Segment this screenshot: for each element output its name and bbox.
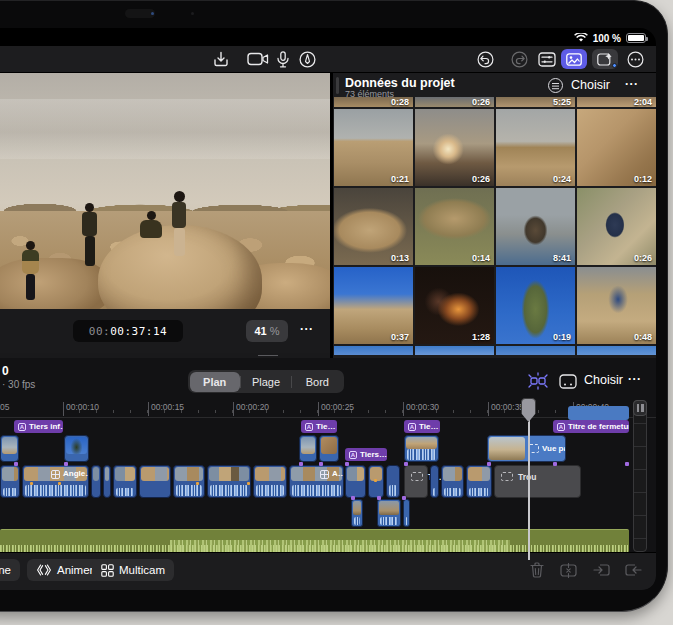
timecode-display[interactable]: 00:00:37:14: [73, 320, 183, 342]
media-thumbnail[interactable]: 8:41: [496, 188, 575, 265]
effects-button[interactable]: [592, 49, 618, 69]
keyframe-marker: [247, 482, 250, 485]
media-thumbnail[interactable]: [496, 346, 575, 355]
timeline-zoom-control[interactable]: [633, 400, 647, 416]
connected-clip[interactable]: [64, 435, 89, 462]
inspector-button[interactable]: [536, 49, 558, 69]
storyline-clip[interactable]: [113, 465, 137, 498]
media-thumbnail[interactable]: 2:04: [577, 97, 656, 107]
timeline-overview-scrollbar[interactable]: [633, 400, 647, 552]
connected-clip[interactable]: [0, 435, 19, 462]
media-thumbnail[interactable]: 0:26: [577, 188, 656, 265]
connected-clip[interactable]: [319, 435, 339, 462]
more-button[interactable]: [624, 49, 646, 69]
delete-button[interactable]: [527, 561, 547, 579]
title-clip[interactable]: A Titre de fermeture: [553, 420, 629, 433]
clip-duration: 0:48: [634, 332, 652, 342]
mode-plage[interactable]: Plage: [241, 372, 291, 392]
record-audio-button[interactable]: [272, 49, 294, 69]
media-thumbnail[interactable]: [415, 346, 494, 355]
multicam-grid-icon: [101, 564, 114, 577]
trim-button-partial[interactable]: ne: [0, 559, 20, 581]
mode-plan[interactable]: Plan: [190, 372, 240, 392]
insert-clip-button[interactable]: [591, 561, 611, 579]
storyline-clip[interactable]: [173, 465, 205, 498]
connected-clip[interactable]: [299, 435, 317, 462]
storyline-clip[interactable]: [386, 465, 400, 498]
storyline-clip[interactable]: [207, 465, 251, 498]
undo-button[interactable]: [474, 49, 496, 69]
media-thumbnail[interactable]: [577, 346, 656, 355]
storyline-clip[interactable]: [345, 465, 366, 498]
record-video-button[interactable]: [244, 49, 272, 69]
video-preview[interactable]: [0, 73, 330, 309]
storyline-clip[interactable]: [91, 465, 101, 498]
media-thumbnail[interactable]: 0:12: [577, 109, 656, 186]
inspector-icon: [538, 52, 556, 67]
title-clip[interactable]: A Tiers inf…: [14, 420, 63, 433]
overwrite-clip-button[interactable]: [623, 561, 643, 579]
animate-label: Animer: [57, 564, 93, 576]
media-thumbnail[interactable]: 1:28: [415, 267, 494, 344]
clip-duration: 8:41: [553, 253, 571, 263]
viewer-pane: 00:00:37:14 41 % ···: [0, 73, 330, 358]
browser-more-button[interactable]: ···: [625, 77, 639, 91]
media-thumbnail[interactable]: 5:25: [496, 97, 575, 107]
storyline-clip[interactable]: [0, 465, 20, 498]
import-button[interactable]: [210, 49, 232, 69]
storyline-clip[interactable]: [441, 465, 464, 498]
media-thumbnail[interactable]: 0:37: [334, 267, 413, 344]
timeline-choose-button[interactable]: Choisir: [584, 373, 623, 387]
storyline-clip[interactable]: [430, 465, 439, 498]
title-clip[interactable]: A Tie…: [301, 420, 337, 433]
connected-clip-vue-pano[interactable]: Vue pano…: [487, 435, 566, 462]
playhead-handle[interactable]: [521, 398, 536, 422]
gap-clip[interactable]: T…: [404, 465, 428, 498]
media-thumbnail[interactable]: 0:21: [334, 109, 413, 186]
gap-clip-trou[interactable]: Trou: [494, 465, 581, 498]
viewer-more-button[interactable]: ···: [300, 322, 314, 336]
multicam-button[interactable]: Multicam: [92, 559, 174, 581]
title-clip[interactable]: A Tie…: [404, 420, 440, 433]
media-browser-button[interactable]: [561, 49, 587, 69]
media-thumbnail[interactable]: 0:26: [415, 97, 494, 107]
storyline-clip[interactable]: [103, 465, 111, 498]
filter-icon[interactable]: [548, 78, 563, 93]
sky-haze: [0, 99, 330, 159]
storyline-clip[interactable]: [139, 465, 171, 498]
media-thumbnail[interactable]: 0:26: [415, 109, 494, 186]
pencil-tools-button[interactable]: [296, 49, 318, 69]
storyline-clip[interactable]: [253, 465, 287, 498]
battery-percent: 100 %: [593, 33, 621, 44]
mode-bord[interactable]: Bord: [292, 372, 342, 392]
media-thumbnail[interactable]: 0:19: [496, 267, 575, 344]
blade-clip-button[interactable]: [558, 561, 578, 579]
clip-duration: 2:04: [634, 97, 652, 107]
storyline-clip[interactable]: [466, 465, 492, 498]
connection-dot: [402, 496, 406, 500]
media-thumbnail[interactable]: 0:13: [334, 188, 413, 265]
connected-clip[interactable]: [404, 435, 439, 462]
browser-choose-button[interactable]: Choisir: [571, 78, 610, 92]
overlay-clip-button[interactable]: [558, 371, 578, 391]
blade-clip-icon: [560, 563, 577, 578]
storyline-clip-multicam[interactable]: A…: [289, 465, 344, 498]
timeline-more-button[interactable]: ···: [628, 372, 642, 386]
media-thumbnail[interactable]: [334, 346, 413, 355]
redo-button[interactable]: [508, 49, 530, 69]
connect-clip-button[interactable]: [526, 370, 550, 392]
connected-clip-below[interactable]: [351, 499, 363, 527]
timeline-ruler[interactable]: 05 00:00:10 00:00:15 00:00:20 00:00:25 0…: [0, 398, 656, 418]
media-thumbnail[interactable]: 0:24: [496, 109, 575, 186]
connected-clip-below[interactable]: [403, 499, 410, 527]
audio-clip[interactable]: [0, 529, 629, 553]
title-clip[interactable]: A Tiers…: [345, 448, 387, 461]
media-thumbnail[interactable]: 0:14: [415, 188, 494, 265]
media-thumbnail[interactable]: 0:28: [334, 97, 413, 107]
project-title: 0: [2, 364, 9, 378]
playhead-line[interactable]: [528, 400, 530, 560]
connected-clip-below[interactable]: [377, 499, 401, 527]
title-clip-bar[interactable]: [568, 406, 629, 420]
media-thumbnail[interactable]: 0:48: [577, 267, 656, 344]
zoom-level-button[interactable]: 41 %: [246, 320, 288, 342]
